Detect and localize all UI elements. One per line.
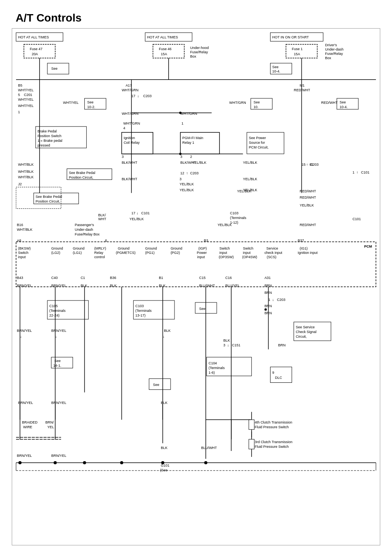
wire-yelblk-3: YEL/BLK — [180, 182, 194, 186]
G101-see: (See — [160, 468, 167, 472]
fuse46-amp: 15A — [161, 52, 167, 56]
B16-label: B16 — [17, 223, 23, 227]
IG1-label2: Ignition input — [298, 251, 318, 255]
driver-label3: Fuse/Relay — [325, 52, 343, 56]
wire-4: 4 — [123, 126, 125, 130]
wire-bluyel-c16: BLU/YEL — [225, 284, 240, 288]
driver-label2: Under-dash — [325, 47, 343, 51]
brake-pedal-label4: pressed — [38, 143, 50, 147]
gnd-LG2: Ground — [51, 246, 63, 250]
pgm-fi-label2: Relay 1 — [182, 141, 194, 145]
C203-mid-arrow: ↑ — [186, 171, 188, 175]
see-blank-lower: See — [153, 383, 159, 387]
wire-blkwht-1: BLK/WHT — [122, 161, 137, 165]
svg-point-60 — [18, 461, 22, 464]
driver-label4: Box — [325, 56, 331, 60]
see-10-2-num: 10-2. — [87, 105, 95, 109]
C151-arrow: ↓ — [227, 343, 229, 347]
C104-label3: 1-6) — [209, 371, 215, 375]
C203-right: C203 — [310, 163, 318, 167]
pgm-fi-label1: PGM-FI Main — [182, 136, 203, 140]
see-c15-label: See — [199, 307, 205, 311]
see-brake-2-label2: Position Circuit, — [36, 199, 60, 203]
gnd-LG1-2: (LG1) — [73, 251, 82, 255]
fuse46-label: Fuse 46 — [159, 47, 171, 51]
passenger-label2: Under-dash — [75, 228, 93, 232]
C101-right: C101 — [352, 217, 361, 221]
svg-rect-53 — [249, 420, 254, 429]
gnd-PG1-2: (PG1) — [145, 251, 154, 255]
wire-whtblk-1: WHT/BLK — [18, 163, 34, 167]
passenger-label1: Passenger's — [75, 223, 94, 227]
C103-lower-label2: (Terminals — [135, 309, 152, 313]
C103-lower-label1: C103 — [135, 304, 143, 308]
hot-at-all-times-left: HOT AT ALL TIMES — [18, 35, 49, 39]
IGP-label3: input — [197, 255, 205, 259]
see-left-label: See — [51, 67, 58, 71]
wire-1: 1 — [18, 110, 20, 114]
wire-blkwht-label: BLK/ — [98, 213, 106, 217]
wire-blk-b1: BLK — [159, 284, 165, 288]
wire-3-pgm: 3 — [180, 155, 182, 159]
wire-blk-lower2: BLK — [161, 401, 167, 405]
gnd-PG1: Ground — [145, 246, 157, 250]
wire-yelblk-r2: YEL/BLK — [299, 203, 314, 207]
see-power-label3: PCM Circuit, — [249, 145, 269, 149]
gnd-LG2-2: (LG2) — [51, 251, 60, 255]
B1-label: B1 — [159, 276, 163, 280]
wire-blk-lower3: BLK — [161, 446, 167, 450]
wire-whtyel-2: WHT/YEL — [18, 98, 34, 101]
C40-label: C40 — [51, 276, 58, 280]
MRLY-label3: control — [94, 255, 105, 259]
IGP-label1: (IGP) — [198, 246, 207, 250]
brake-pedal-label1: Brake Pedal — [38, 129, 57, 133]
wire-yelblk-8: YEL/BLK — [218, 223, 232, 227]
wire-redwht-lower2: RED/WHT — [299, 189, 316, 193]
wire-brnyel-bottom2: BRN/YEL — [51, 454, 66, 458]
C104-label1: C104 — [209, 361, 217, 365]
fuse47-amp: 20A — [32, 52, 38, 56]
wire-brnyel-c40: BRN/YEL — [51, 284, 66, 288]
C103-lower-label3: 13-17) — [135, 313, 145, 317]
wire-brnyel-bottom1: BRN/YEL — [17, 454, 32, 458]
see-10-label: See — [254, 100, 260, 104]
svg-rect-7 — [47, 63, 69, 74]
C101-arrow2: ↓ — [136, 211, 138, 215]
wire-bluwht-lower: BLU/WHT — [201, 446, 217, 450]
C101-upper-arrow: ↑ — [356, 170, 358, 174]
see-10-2-label: See — [87, 100, 94, 104]
M1-label: M1 — [299, 83, 304, 87]
see-14-1-label1: See — [54, 359, 61, 363]
fuse1-amp: 15A — [294, 52, 300, 56]
svg-rect-46 — [149, 379, 171, 390]
arrow-down-2: ↓ — [55, 335, 57, 339]
fuse47-label: Fuse 47 — [30, 47, 42, 51]
wire-redwht-m1: RED/WHT — [294, 88, 310, 92]
B5-label: B5 — [18, 83, 22, 87]
wire-whtgrn-2: WHT/GRN — [180, 112, 197, 116]
wire-bluwht-c15: BLU/WHT — [199, 284, 215, 288]
wire-whtgrn-a17: WHT/GRN — [122, 88, 138, 92]
svg-rect-47 — [270, 367, 292, 383]
C16-label: C16 — [225, 276, 232, 280]
svg-rect-30 — [16, 242, 376, 287]
wire-17-c101: 17 — [131, 211, 135, 215]
SW-OP4SW-label3: (OP4SW) — [242, 255, 257, 259]
wire-whtgrn-3: WHT/GRN — [123, 121, 140, 125]
see-power-label1: See Power — [249, 136, 266, 140]
wire-whtyel-see: WHT/YEL — [63, 101, 79, 105]
wire-whtblk-b16: WHT/BLK — [17, 228, 33, 232]
BKSW-label2: Switch — [18, 251, 28, 255]
wire-yelblk-r1: YEL/BLK — [237, 189, 251, 193]
page-title: A/T Controls — [0, 0, 392, 28]
see-service-label3: Circuit, — [296, 335, 307, 339]
IGP-label2: Power — [197, 251, 207, 255]
wire-whtgrn-1: WHT/GRN — [122, 112, 138, 116]
svg-rect-3 — [24, 44, 55, 58]
SW-OP3SW-label2: input — [220, 251, 227, 255]
underhood-label3: Box — [190, 54, 196, 58]
SW-OP4SW-label1: Switch — [243, 246, 253, 250]
wire-blk-lower1: BLK — [164, 329, 171, 333]
underhood-label2: Fuse/Relay — [190, 50, 208, 54]
wire-15-c203: 15 — [301, 163, 305, 167]
